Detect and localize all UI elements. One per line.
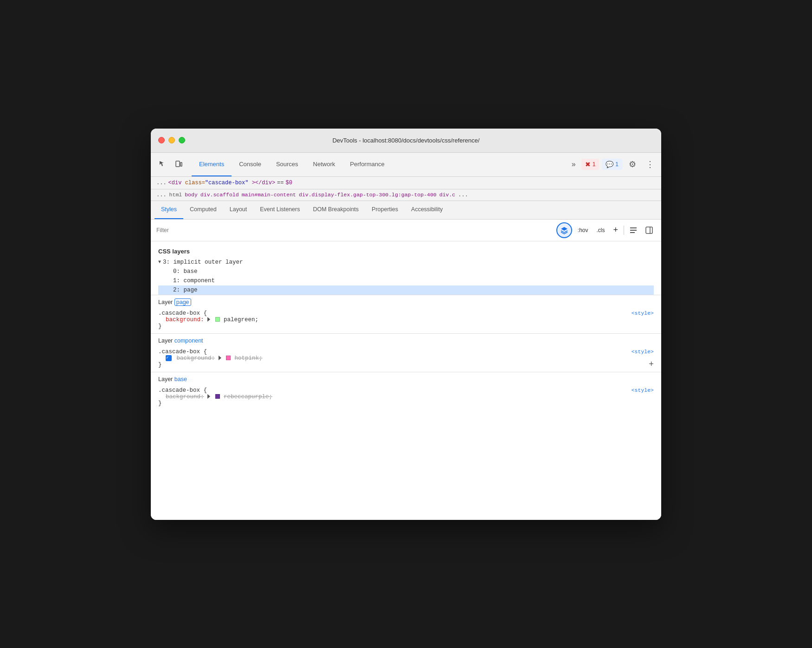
info-badge[interactable]: 💬 1 (602, 159, 622, 170)
path-end-ellipsis: ... (458, 192, 468, 198)
traffic-lights (158, 137, 185, 143)
path-div-flex[interactable]: div.display-flex.gap-top-300.lg:gap-top-… (299, 192, 437, 198)
device-toolbar-icon[interactable] (171, 157, 186, 172)
add-property-button[interactable]: + (649, 360, 654, 369)
tab-elements[interactable]: Elements (192, 153, 232, 176)
layer-page-rule: .cascade-box { <style> background: paleg… (151, 309, 661, 333)
base-triangle[interactable] (207, 394, 212, 400)
page-triangle[interactable] (207, 317, 212, 323)
component-property: background: (177, 355, 215, 362)
settings-button[interactable]: ⚙ (625, 157, 640, 172)
filter-input[interactable] (156, 227, 553, 233)
maximize-button[interactable] (179, 137, 185, 143)
base-selector: .cascade-box { (158, 387, 207, 394)
main-content: CSS layers ▼ 3: implicit outer layer 0: … (151, 241, 661, 520)
base-color-swatch[interactable] (215, 394, 220, 399)
toggle-sidebar-button[interactable] (643, 224, 656, 237)
component-value: hotpink; (235, 355, 263, 362)
base-close-brace: } (158, 400, 162, 407)
new-style-rule-button[interactable] (627, 224, 640, 237)
tab-performance[interactable]: Performance (342, 153, 392, 176)
layer-component-link[interactable]: component (174, 337, 203, 344)
element-path: ... html body div.scaffold main#main-con… (151, 189, 661, 201)
titlebar: DevTools - localhost:8080/docs/devtools/… (151, 129, 661, 153)
devtools-toolbar: Elements Console Sources Network Perform… (151, 153, 661, 177)
tab-sources[interactable]: Sources (269, 153, 306, 176)
page-source[interactable]: <style> (632, 310, 654, 316)
component-rule-body: background: hotpink; (158, 355, 654, 362)
layer-base-section: Layer base .cascade-box { <style> backgr… (151, 372, 661, 410)
cls-button[interactable]: .cls (593, 225, 607, 235)
dom-bar: ... <div class="cascade-box" ></div> == … (151, 177, 661, 189)
svg-rect-5 (646, 227, 652, 233)
css-layers-title: CSS layers (151, 241, 661, 258)
filter-divider (624, 226, 624, 235)
subtab-dom-breakpoints[interactable]: DOM Breakpoints (306, 201, 365, 219)
dom-dollar: $0 (286, 180, 292, 186)
layer-tree-base[interactable]: 0: base (158, 267, 654, 276)
svg-rect-4 (630, 232, 635, 233)
hov-button[interactable]: :hov (575, 225, 591, 235)
subtab-properties[interactable]: Properties (365, 201, 405, 219)
layers-button[interactable] (556, 222, 572, 238)
component-checkbox[interactable] (166, 355, 172, 361)
svg-rect-1 (180, 162, 182, 166)
component-close-brace: } (158, 362, 162, 368)
path-main[interactable]: main#main-content (242, 192, 296, 198)
layer-component-header: Layer component (151, 334, 661, 348)
dom-tag: <div class="cascade-box" ></div> (168, 180, 275, 186)
base-source[interactable]: <style> (632, 387, 654, 393)
minimize-button[interactable] (168, 137, 175, 143)
layer-tree-page[interactable]: 2: page (158, 285, 654, 295)
subtab-layout[interactable]: Layout (223, 201, 254, 219)
layer-base-rule: .cascade-box { <style> background: rebec… (151, 386, 661, 410)
layer-page-section: Layer page .cascade-box { <style> backgr… (151, 295, 661, 333)
add-rule-button[interactable]: + (610, 223, 621, 237)
more-options-button[interactable]: ⋮ (643, 157, 657, 172)
page-property: background: (166, 317, 207, 323)
layer-component-rule: .cascade-box { <style> background: hotpi… (151, 348, 661, 372)
component-source[interactable]: <style> (632, 349, 654, 355)
subtab-accessibility[interactable]: Accessibility (405, 201, 449, 219)
layer-tree-component[interactable]: 1: component (158, 276, 654, 285)
component-triangle[interactable] (219, 355, 223, 362)
layer-tree: ▼ 3: implicit outer layer 0: base 1: com… (151, 258, 661, 295)
subtab-computed[interactable]: Computed (183, 201, 223, 219)
path-ellipsis: ... (156, 192, 167, 198)
layer-page-link[interactable]: page (174, 298, 191, 306)
layer-page-header: Layer page (151, 295, 661, 309)
subtab-event-listeners[interactable]: Event Listeners (253, 201, 306, 219)
error-icon: ✖ (585, 161, 591, 168)
error-badge[interactable]: ✖ 1 (581, 159, 599, 170)
layer-tree-parent[interactable]: ▼ 3: implicit outer layer (158, 258, 654, 267)
path-body[interactable]: body (185, 192, 198, 198)
layer-base-header: Layer base (151, 372, 661, 386)
inspector-icon[interactable] (155, 157, 169, 172)
page-close-brace: } (158, 323, 162, 330)
devtools-window: DevTools - localhost:8080/docs/devtools/… (151, 129, 661, 520)
tab-console[interactable]: Console (232, 153, 269, 176)
page-value: palegreen; (224, 317, 258, 323)
base-property: background: (166, 394, 204, 400)
subtabs: Styles Computed Layout Event Listeners D… (151, 201, 661, 220)
window-title: DevTools - localhost:8080/docs/devtools/… (332, 137, 479, 144)
more-tabs-button[interactable]: » (569, 158, 579, 170)
page-color-swatch[interactable] (215, 317, 220, 322)
toolbar-right: » ✖ 1 💬 1 ⚙ ⋮ (569, 157, 657, 172)
base-rule-body: background: rebeccapurple; (158, 394, 654, 400)
path-html[interactable]: html (169, 192, 182, 198)
filter-bar: :hov .cls + (151, 220, 661, 241)
layer-base-link[interactable]: base (174, 376, 187, 382)
toolbar-icons (155, 157, 186, 172)
path-div-c[interactable]: div.c (439, 192, 456, 198)
path-div-scaffold[interactable]: div.scaffold (200, 192, 239, 198)
dom-eq: == (277, 180, 284, 186)
base-value: rebeccapurple; (224, 394, 272, 400)
dom-ellipsis: ... (156, 180, 167, 186)
layer-component-section: Layer component .cascade-box { <style> b… (151, 333, 661, 372)
component-color-swatch[interactable] (226, 356, 231, 360)
page-selector: .cascade-box { (158, 310, 207, 317)
tab-network[interactable]: Network (306, 153, 343, 176)
subtab-styles[interactable]: Styles (155, 201, 183, 219)
close-button[interactable] (158, 137, 165, 143)
